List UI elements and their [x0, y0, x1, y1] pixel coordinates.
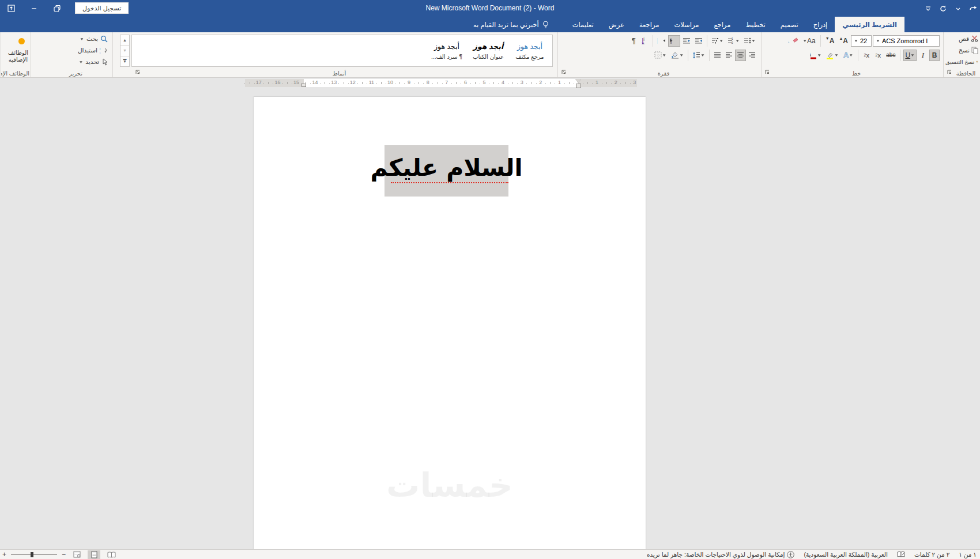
customize-quick-access-icon[interactable] — [924, 4, 933, 13]
styles-more-button[interactable]: ▼▬ — [120, 56, 129, 66]
document-area[interactable]: السلام عليكم خمسات — [0, 88, 980, 549]
add-ins-icon[interactable] — [18, 38, 25, 44]
numbering-button[interactable]: ▼ 12 — [726, 35, 741, 47]
zoom-in-button[interactable]: + — [2, 550, 6, 558]
replace-button[interactable]: abac استبدال — [31, 45, 112, 55]
paragraph-dialog-launcher[interactable] — [560, 69, 567, 76]
svg-text:A: A — [810, 51, 811, 58]
style-book-title[interactable]: أبجد هوز عنوان الكتاب — [469, 37, 507, 64]
subscript-button[interactable]: x2 — [873, 50, 883, 61]
horizontal-ruler[interactable]: 1234567891011121314151617123 — [245, 79, 637, 87]
font-color-button[interactable]: ▼ A — [808, 50, 823, 61]
undo-dropdown-icon[interactable] — [953, 4, 963, 13]
change-case-button[interactable]: Aa▼ — [801, 35, 817, 47]
cut-label: قص — [959, 35, 969, 42]
proofing-status-icon[interactable] — [897, 551, 905, 558]
font-size-dropdown-icon[interactable]: ▼ — [854, 39, 858, 43]
styles-scroll-down-button[interactable]: ▼ — [120, 46, 129, 56]
text-highlight-button[interactable]: ▼ — [824, 50, 840, 61]
borders-icon — [654, 51, 662, 59]
ltr-text-direction-button[interactable]: ¶ — [655, 35, 668, 47]
word-count[interactable]: ٢ من ٢ كلمات — [914, 551, 949, 558]
decrease-indent-button[interactable] — [681, 35, 692, 47]
find-label: بحث — [86, 35, 98, 42]
zoom-slider-thumb[interactable] — [31, 552, 33, 557]
bullets-button[interactable]: ▼ — [742, 35, 757, 47]
web-layout-button[interactable] — [70, 550, 83, 559]
zoom-slider[interactable] — [11, 554, 57, 555]
language-status[interactable]: العربية (المملكة العربية السعودية) — [804, 551, 888, 558]
styles-gallery-scrollbar: ▲ ▼ ▼▬ — [120, 35, 130, 67]
find-button[interactable]: بحث ▼ — [31, 33, 112, 44]
page-indicator[interactable]: ١ من ١ — [959, 551, 977, 558]
tab-review[interactable]: مراجعة — [632, 17, 667, 32]
styles-gallery: أبجد هوز مرجع مكثف أبجد هوز عنوان الكتاب… — [131, 35, 553, 67]
italic-button[interactable]: I — [918, 50, 928, 61]
font-dialog-launcher[interactable] — [763, 69, 770, 76]
font-color-icon: A — [810, 51, 817, 59]
multilevel-list-button[interactable]: ▼ — [710, 35, 725, 47]
show-formatting-marks-button[interactable]: ¶ — [628, 35, 639, 47]
sort-button[interactable]: أي — [639, 35, 650, 47]
style-intense-reference[interactable]: أبجد هوز مرجع مكثف — [511, 37, 549, 64]
copy-button[interactable]: نسخ — [944, 45, 980, 55]
shading-button[interactable]: ▼ — [669, 50, 685, 61]
underline-button[interactable]: ▼U — [903, 50, 917, 61]
zoom-out-button[interactable]: − — [62, 550, 66, 558]
rtl-text-direction-button[interactable]: ¶ — [668, 35, 680, 47]
borders-button[interactable]: ▼ — [653, 50, 668, 61]
line-spacing-button[interactable]: ▼ — [691, 50, 707, 61]
increase-indent-button[interactable] — [693, 35, 704, 47]
tab-view[interactable]: عرض — [601, 17, 632, 32]
font-group: ▼ ACS Zomorrod I ▼ 22 A▲ A▼ Aa▼ A B I ▼U… — [761, 32, 943, 77]
styles-dialog-launcher[interactable] — [134, 69, 141, 76]
first-line-indent-marker[interactable] — [575, 79, 581, 83]
bullet-list-icon — [744, 37, 751, 44]
style-list-paragraph[interactable]: أبجد هوز ¶ سرد الف... — [428, 37, 466, 64]
redo-icon[interactable] — [938, 4, 948, 13]
font-size-combobox[interactable]: ▼ 22 — [851, 35, 872, 47]
tab-mailings[interactable]: مراسلات — [666, 17, 706, 32]
tab-home[interactable]: الشريط الرئيسي — [835, 17, 904, 32]
style-preview: أبجد هوز — [434, 42, 459, 51]
undo-icon[interactable] — [968, 4, 978, 13]
copy-label: نسخ — [959, 47, 970, 54]
center-button[interactable] — [735, 50, 746, 61]
justify-button[interactable] — [712, 50, 723, 61]
tab-design[interactable]: تصميم — [773, 17, 806, 32]
accessibility-status[interactable]: إمكانية الوصول لذوي الاحتياجات الخاصة: ج… — [647, 551, 794, 558]
style-preview: أبجد هوز — [473, 42, 503, 51]
tab-references[interactable]: مراجع — [706, 17, 738, 32]
tab-help[interactable]: تعليمات — [565, 17, 601, 32]
indent-marker[interactable] — [576, 84, 581, 88]
add-ins-button[interactable]: الوظائف الإضافية — [8, 50, 28, 63]
highlighter-icon — [826, 51, 834, 59]
format-painter-button[interactable]: نسخ التنسيق — [944, 56, 980, 67]
bold-button[interactable]: B — [929, 50, 940, 61]
shading-bucket-icon — [670, 51, 679, 59]
document-page[interactable]: السلام عليكم خمسات — [254, 97, 646, 549]
text-effects-button[interactable]: ▼A — [842, 50, 855, 61]
tab-layout[interactable]: تخطيط — [738, 17, 772, 32]
styles-group-label: أنماط — [121, 70, 557, 77]
align-left-button[interactable] — [723, 50, 734, 61]
select-button[interactable]: تحديد ▼ — [31, 56, 112, 67]
clipboard-dialog-launcher[interactable] — [945, 69, 952, 76]
cut-button[interactable]: قص — [944, 33, 980, 44]
grow-font-button[interactable]: A▲ — [837, 35, 850, 47]
underline-dropdown-icon[interactable]: ▼ — [910, 53, 915, 57]
align-right-button[interactable] — [747, 50, 757, 61]
print-layout-button[interactable] — [88, 550, 100, 559]
document-text[interactable]: السلام عليكم — [385, 142, 508, 193]
tell-me-box[interactable]: أخبرني بما تريد القيام به — [473, 17, 549, 32]
strikethrough-button[interactable]: abc — [884, 50, 897, 61]
styles-scroll-up-button[interactable]: ▲ — [120, 35, 129, 46]
superscript-button[interactable]: x2 — [861, 50, 872, 61]
left-indent-marker[interactable] — [301, 84, 306, 87]
font-name-combobox[interactable]: ▼ ACS Zomorrod I — [873, 35, 940, 47]
read-mode-button[interactable] — [105, 550, 118, 559]
tab-insert[interactable]: إدراج — [806, 17, 835, 32]
font-name-dropdown-icon[interactable]: ▼ — [876, 39, 880, 43]
shrink-font-button[interactable]: A▼ — [824, 35, 836, 47]
clear-formatting-button[interactable]: A — [787, 35, 800, 47]
